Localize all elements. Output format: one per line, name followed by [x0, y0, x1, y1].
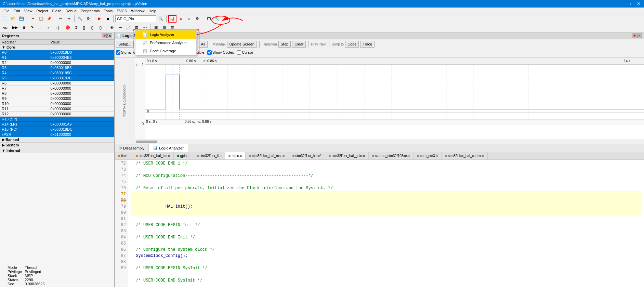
dropdown-item-performance[interactable]: 📈 Performance Analyzer: [135, 39, 196, 47]
file-tab-gpio-c[interactable]: stm32f1xx_hal_gpio.c: [325, 152, 369, 159]
step-out-button[interactable]: ↑: [44, 24, 52, 31]
memory-button[interactable]: 🗃: [116, 24, 124, 31]
file-tab-tim-c[interactable]: stm32f1xx_hal_tim.c: [132, 152, 174, 159]
signal-info-checkbox[interactable]: [116, 50, 120, 55]
save-button[interactable]: 💾: [18, 15, 25, 23]
registers-scroll[interactable]: Register Value ▼ Core R0 0x080018D0: [0, 39, 114, 264]
view-button[interactable]: 🗖: [205, 15, 212, 23]
table-row[interactable]: R10 0x00000000: [0, 101, 114, 106]
symbol-search-button[interactable]: 🔍: [157, 15, 165, 23]
menu-item-svcs[interactable]: SVCS: [115, 8, 129, 14]
table-row[interactable]: R5 0x0800193C: [0, 76, 114, 81]
open-button[interactable]: 📂: [10, 15, 17, 23]
menu-item-view[interactable]: View: [22, 8, 35, 14]
show-cycles-checkbox-label[interactable]: Show Cycles: [207, 50, 234, 55]
step-into-button[interactable]: ↓: [36, 24, 44, 31]
cursor-checkbox[interactable]: [237, 50, 241, 55]
step-over-button[interactable]: ↷: [28, 24, 36, 31]
table-row[interactable]: R7 0x00000000: [0, 86, 114, 91]
brace2-button[interactable]: {}: [89, 24, 96, 31]
perf-button[interactable]: 📈: [124, 24, 132, 31]
zoom-all-button[interactable]: All: [199, 41, 208, 48]
stop2-button[interactable]: ⏸: [20, 24, 27, 31]
symbol-input[interactable]: [115, 15, 156, 22]
brace-button[interactable]: {}: [80, 24, 88, 31]
brace3-button[interactable]: {}: [97, 24, 104, 31]
cut-button[interactable]: ✂: [29, 15, 37, 23]
table-row[interactable]: R3 0x080018B5: [0, 65, 114, 70]
table-row[interactable]: R13 (SP): [0, 117, 114, 122]
maximize-button[interactable]: □: [629, 1, 634, 6]
table-row[interactable]: R12 0x00000000: [0, 112, 114, 117]
config-button[interactable]: 🔧: [213, 15, 221, 23]
copy-button[interactable]: 📋: [37, 15, 45, 23]
panel-close-button[interactable]: ✕: [107, 34, 112, 38]
menu-item-project[interactable]: Project: [34, 8, 50, 14]
file-tab-main[interactable]: main.c: [225, 152, 245, 159]
file-tab-it[interactable]: stm32f1xx_it.c: [193, 152, 225, 159]
undo-button[interactable]: ↩: [57, 15, 64, 23]
file-tab-cortex[interactable]: stm32f1xx_hal_cortex.c: [442, 152, 488, 159]
file-tab-core[interactable]: core_cm3.h: [413, 152, 442, 159]
file-tab-startup[interactable]: startup_stm32f103xe.s: [369, 152, 413, 159]
stop-debug-button[interactable]: ⏹: [104, 15, 111, 23]
clear-button[interactable]: Clear: [292, 41, 306, 48]
table-row[interactable]: R6 0x00000000: [0, 81, 114, 86]
menu-item-file[interactable]: File: [1, 8, 12, 14]
file-tab-msp[interactable]: stm32f1xx_hal_msp.c: [246, 152, 289, 159]
file-tab-tim-h[interactable]: tim.h: [115, 152, 132, 159]
internal-group-header[interactable]: ▼ Internal: [0, 148, 114, 153]
menu-item-tools[interactable]: Tools: [102, 8, 115, 14]
table-row[interactable]: R2 0x00000000: [0, 60, 114, 65]
debug-button[interactable]: ▶: [96, 15, 103, 23]
system-group-header[interactable]: ▶ System: [0, 143, 114, 148]
la-setup-button[interactable]: Setup...: [116, 41, 134, 48]
cursor-checkbox-label[interactable]: Cursor: [237, 50, 253, 55]
run2-button[interactable]: ▶▶: [11, 24, 19, 31]
table-row[interactable]: R4 0x0800195C: [0, 70, 114, 76]
trace-button[interactable]: Trace: [360, 41, 374, 48]
la-close-button[interactable]: ✕: [637, 34, 642, 38]
update-screen-button[interactable]: Update Screen: [227, 41, 257, 48]
dropdown-item-coverage[interactable]: 📋 Code Coverage: [135, 47, 196, 55]
scrollbar-thumb[interactable]: [136, 141, 157, 143]
tab-logic-analyzer[interactable]: 📊 Logic Analyzer: [149, 144, 188, 152]
table-row[interactable]: R14 (LR) 0x080001A9: [0, 122, 114, 127]
tab-disassembly[interactable]: ⊞ Disassembly: [115, 144, 149, 152]
banked-group-header[interactable]: ▶ Banked: [0, 137, 114, 143]
la-pin-button[interactable]: 📌: [632, 34, 636, 38]
file-tab-gpio[interactable]: gpio.c: [174, 152, 193, 159]
table-row[interactable]: R0 0x080018D0: [0, 50, 114, 55]
watch-button[interactable]: 👁: [108, 24, 116, 31]
file-tab-hal[interactable]: stm32f1xx_hal.c*: [289, 152, 325, 159]
build-all-button[interactable]: ⚙: [84, 15, 92, 23]
run-to-button[interactable]: →|: [53, 24, 60, 31]
clear-bp-button[interactable]: ⊘: [72, 24, 80, 31]
paste-button[interactable]: 📌: [45, 15, 53, 23]
breakpoint-button[interactable]: 🔴: [64, 24, 71, 31]
menu-item-flash[interactable]: Flash: [50, 8, 64, 14]
build-button[interactable]: 🔨: [76, 15, 84, 23]
menu-item-peripherals[interactable]: Peripherals: [79, 8, 102, 14]
panel-pin-button[interactable]: 📌: [102, 34, 107, 38]
minimize-button[interactable]: ─: [622, 1, 628, 6]
menu-item-debug[interactable]: Debug: [64, 8, 79, 14]
table-row[interactable]: R9 0x00000000: [0, 96, 114, 101]
table-row[interactable]: R8 0x00000000: [0, 91, 114, 96]
reset-button[interactable]: ○: [185, 15, 193, 23]
table-row[interactable]: R11 0x00000000: [0, 106, 114, 112]
menu-item-edit[interactable]: Edit: [12, 8, 22, 14]
table-row[interactable]: xPSR 0x61000000: [0, 132, 114, 137]
code-editor[interactable]: 72 73 74 75 76 77 78 79 80 81 82 83 84 8…: [115, 160, 644, 287]
rst-button[interactable]: RST: [1, 24, 10, 31]
settings-button[interactable]: ⚙: [194, 15, 201, 23]
show-cycles-checkbox[interactable]: [207, 50, 212, 55]
code-button[interactable]: Code: [345, 41, 359, 48]
dropdown-item-logic-analyzer[interactable]: 📊 Logic Analyzer: [135, 30, 196, 39]
close-button[interactable]: ✕: [636, 1, 641, 6]
redo-button[interactable]: ↪: [65, 15, 73, 23]
menu-item-window[interactable]: Window: [129, 8, 146, 14]
new-file-button[interactable]: 📄: [1, 15, 9, 23]
menu-item-help[interactable]: Help: [146, 8, 158, 14]
table-row[interactable]: R15 (PC) 0x080018DC: [0, 127, 114, 132]
